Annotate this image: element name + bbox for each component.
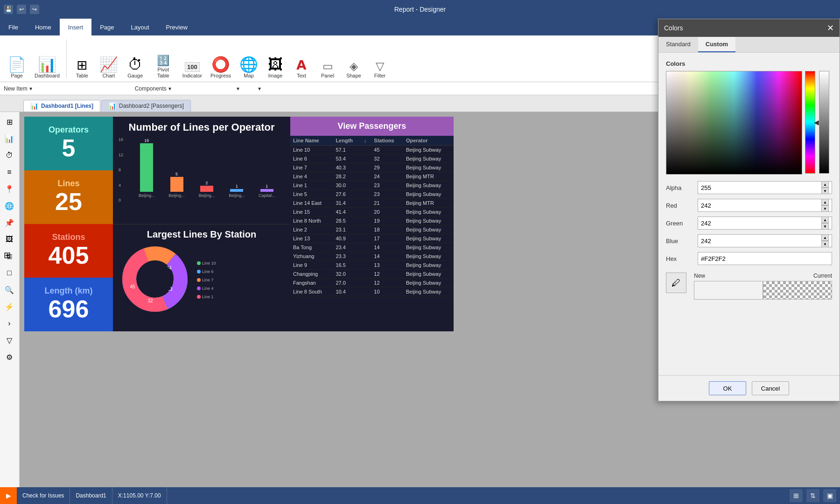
menu-page[interactable]: Page bbox=[91, 19, 122, 35]
dialog-close-button[interactable]: ✕ bbox=[827, 23, 834, 33]
sidebar-image-btn[interactable]: 🖼 bbox=[1, 231, 18, 247]
sidebar-square-btn[interactable]: □ bbox=[1, 265, 18, 281]
color-picker-area[interactable]: ◀ bbox=[666, 71, 832, 174]
menu-file[interactable]: File bbox=[0, 19, 27, 35]
ribbon-panel[interactable]: ▭ Panel bbox=[315, 40, 340, 82]
tab-custom[interactable]: Custom bbox=[698, 37, 735, 52]
sidebar-gauge-btn[interactable]: ⏱ bbox=[1, 147, 18, 163]
blue-up[interactable]: ▲ bbox=[821, 234, 829, 241]
extra-chevron-1[interactable]: ▾ bbox=[237, 85, 239, 92]
table-row[interactable]: Line 428.224Beijing MTR bbox=[290, 172, 454, 181]
green-input[interactable]: 242 ▲ ▼ bbox=[698, 217, 832, 230]
table-row[interactable]: Fangshan27.012Beijing Subway bbox=[290, 279, 454, 287]
redo-button[interactable]: ↪ bbox=[30, 5, 39, 14]
sidebar-globe-btn[interactable]: 🌐 bbox=[1, 198, 18, 214]
ribbon-progress[interactable]: ⭕ Progress bbox=[207, 40, 235, 82]
col-operator[interactable]: Operator bbox=[403, 136, 454, 146]
ribbon-table[interactable]: ⊞ Table bbox=[70, 40, 95, 82]
ribbon-indicator[interactable]: 100 Indicator bbox=[179, 40, 206, 82]
sidebar-chart-btn[interactable]: 📊 bbox=[1, 131, 18, 147]
status-icon-2[interactable]: ⇅ bbox=[806, 489, 819, 502]
sidebar-settings-btn[interactable]: ⚙ bbox=[1, 349, 18, 365]
tab-dashboard2[interactable]: 📊 Dashboard2 [Passengers] bbox=[101, 100, 191, 112]
red-input[interactable]: 242 ▲ ▼ bbox=[698, 199, 832, 212]
ribbon-pivot[interactable]: 🔢 PivotTable bbox=[149, 40, 178, 82]
table-row[interactable]: Line 740.329Beijing Subway bbox=[290, 163, 454, 172]
col-stations[interactable]: Stations bbox=[371, 136, 403, 146]
stat-operators[interactable]: Operators 5 bbox=[24, 117, 113, 170]
sidebar-search-btn[interactable]: 🔍 bbox=[1, 282, 18, 298]
table-row[interactable]: Ba Tong23.414Beijing Subway bbox=[290, 243, 454, 252]
title-bar-controls[interactable]: 💾 ↩ ↪ bbox=[4, 5, 39, 14]
table-row[interactable]: Line 8 South10.410Beijing Subway bbox=[290, 287, 454, 296]
play-button[interactable]: ▶ bbox=[0, 487, 17, 504]
sidebar-pin-btn[interactable]: 📌 bbox=[1, 215, 18, 231]
cancel-button[interactable]: Cancel bbox=[752, 381, 789, 395]
components-btn[interactable]: Components ▾ bbox=[135, 85, 171, 92]
green-spin[interactable]: ▲ ▼ bbox=[821, 217, 829, 230]
stat-length[interactable]: Length (km) 696 bbox=[24, 278, 113, 331]
eyedropper-button[interactable]: 🖊 bbox=[666, 273, 686, 293]
color-gradient-container[interactable] bbox=[666, 71, 801, 174]
stat-stations[interactable]: Stations 405 bbox=[24, 224, 113, 278]
table-row[interactable]: Yizhuang23.314Beijing Subway bbox=[290, 252, 454, 261]
ribbon-filter[interactable]: ▽ Filter bbox=[367, 40, 392, 82]
color-gradient[interactable] bbox=[666, 71, 802, 175]
table-row[interactable]: Line 527.623Beijing Subway bbox=[290, 190, 454, 199]
blue-spin[interactable]: ▲ ▼ bbox=[821, 234, 829, 247]
table-row[interactable]: Line 1057.145Beijing Subway bbox=[290, 146, 454, 154]
menu-layout[interactable]: Layout bbox=[123, 19, 158, 35]
ok-button[interactable]: OK bbox=[709, 381, 746, 395]
sidebar-indicator-btn[interactable]: 📍 bbox=[1, 181, 18, 197]
menu-preview[interactable]: Preview bbox=[158, 19, 196, 35]
table-row[interactable]: Changping32.012Beijing Subway bbox=[290, 270, 454, 279]
red-spin[interactable]: ▲ ▼ bbox=[821, 199, 829, 212]
col-line-name[interactable]: Line Name bbox=[290, 136, 333, 146]
hex-input[interactable] bbox=[698, 252, 832, 265]
table-row[interactable]: Line 916.513Beijing Subway bbox=[290, 261, 454, 270]
alpha-spin[interactable]: ▲ ▼ bbox=[821, 181, 829, 194]
ribbon-dashboard[interactable]: 📊 Dashboard bbox=[31, 40, 63, 82]
data-table[interactable]: Line Name Length ↓ Stations Operator Lin… bbox=[290, 136, 454, 331]
sidebar-list-btn[interactable]: ≡ bbox=[1, 164, 18, 180]
ribbon-image[interactable]: 🖼 Image bbox=[263, 40, 288, 82]
blue-down[interactable]: ▼ bbox=[821, 241, 829, 247]
green-up[interactable]: ▲ bbox=[821, 217, 829, 223]
table-row[interactable]: Line 223.118Beijing Subway bbox=[290, 225, 454, 234]
sidebar-plugin-btn[interactable]: ⚡ bbox=[1, 299, 18, 315]
extra-chevron-2[interactable]: ▾ bbox=[258, 85, 261, 92]
sidebar-filter-btn[interactable]: ▽ bbox=[1, 332, 18, 348]
undo-button[interactable]: ↩ bbox=[17, 5, 26, 14]
green-down[interactable]: ▼ bbox=[821, 223, 829, 230]
ribbon-shape[interactable]: ◈ Shape bbox=[341, 40, 366, 82]
table-row[interactable]: Line 653.432Beijing Subway bbox=[290, 154, 454, 163]
stat-lines[interactable]: Lines 25 bbox=[24, 170, 113, 224]
col-sort[interactable]: ↓ bbox=[361, 136, 371, 146]
table-row[interactable]: Line 130.023Beijing Subway bbox=[290, 181, 454, 190]
alpha-up[interactable]: ▲ bbox=[821, 181, 829, 188]
sidebar-pages-btn[interactable]: ⊞ bbox=[1, 114, 18, 130]
ribbon-gauge[interactable]: ⏱ Gauge bbox=[123, 40, 148, 82]
table-row[interactable]: Line 14 East31.421Beijing MTR bbox=[290, 199, 454, 208]
ribbon-map[interactable]: 🌐 Map bbox=[236, 40, 262, 82]
ribbon-text[interactable]: 𝗔 Text bbox=[289, 40, 314, 82]
tab-standard[interactable]: Standard bbox=[658, 37, 698, 52]
table-row[interactable]: Line 1340.917Beijing Subway bbox=[290, 234, 454, 243]
menu-home[interactable]: Home bbox=[27, 19, 60, 35]
check-issues-btn[interactable]: Check for Issues bbox=[17, 487, 70, 504]
pages-nav-icon[interactable]: ⊞ bbox=[4, 250, 11, 260]
table-row[interactable]: Line 8 North28.519Beijing Subway bbox=[290, 217, 454, 225]
red-down[interactable]: ▼ bbox=[821, 205, 829, 212]
save-button[interactable]: 💾 bbox=[4, 5, 13, 14]
status-icon-3[interactable]: ▣ bbox=[823, 489, 836, 502]
ribbon-chart[interactable]: 📈 Chart bbox=[96, 40, 122, 82]
ribbon-page[interactable]: 📄 Page bbox=[4, 40, 30, 82]
alpha-down[interactable]: ▼ bbox=[821, 188, 829, 194]
col-length[interactable]: Length bbox=[333, 136, 361, 146]
sidebar-chevron-btn[interactable]: › bbox=[1, 315, 18, 331]
menu-insert[interactable]: Insert bbox=[60, 19, 92, 35]
status-icon-1[interactable]: ⊞ bbox=[790, 489, 803, 502]
red-up[interactable]: ▲ bbox=[821, 199, 829, 205]
new-item-btn[interactable]: New Item ▾ bbox=[4, 85, 32, 92]
tab-dashboard1[interactable]: 📊 Dashboard1 [Lines] bbox=[23, 100, 100, 112]
